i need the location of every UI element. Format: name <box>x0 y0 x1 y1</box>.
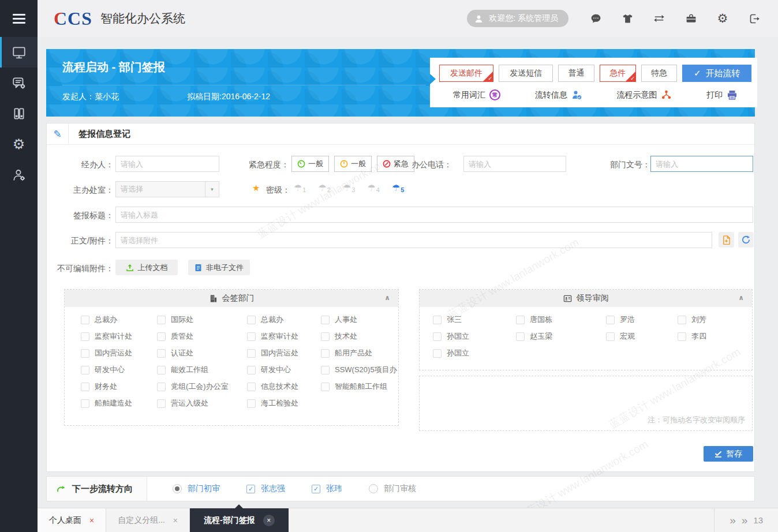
countersign-item[interactable]: 监察审计处 <box>247 331 321 342</box>
checkbox[interactable] <box>516 316 525 324</box>
tab-overflow[interactable]: »» 13 <box>714 508 778 532</box>
leader-item[interactable]: 李四 <box>678 331 752 342</box>
checkbox[interactable] <box>247 316 256 324</box>
close-icon[interactable]: × <box>173 516 178 525</box>
checkbox[interactable] <box>321 332 330 341</box>
countersign-item[interactable]: 国内营运处 <box>81 348 157 358</box>
start-flow-button[interactable]: ✓开始流转 <box>682 65 751 82</box>
checkbox[interactable] <box>321 366 330 374</box>
host-office-select[interactable]: 请选择 ▼ <box>115 181 219 197</box>
countersign-item[interactable]: 国内营运处 <box>247 348 321 358</box>
save-draft-button[interactable]: 暂存 <box>704 446 753 462</box>
leader-item[interactable]: 宏观 <box>606 331 678 342</box>
leader-item[interactable]: 罗浩 <box>606 314 678 325</box>
non-electronic-file-button[interactable]: 非电子文件 <box>188 260 250 275</box>
flow-info-link[interactable]: 流转信息 <box>535 89 582 100</box>
sidebar-item-settings[interactable]: ⚙ <box>0 129 38 159</box>
add-file-button[interactable] <box>719 232 734 248</box>
countersign-header[interactable]: 会签部门 ∧ <box>65 290 398 307</box>
checkbox[interactable] <box>157 366 166 374</box>
priority-urgent-button[interactable]: 急件✓ <box>600 65 636 82</box>
tab-custom-group[interactable]: 自定义分组... × <box>106 508 190 532</box>
common-words-link[interactable]: 常用词汇常 <box>453 89 500 100</box>
checkbox[interactable] <box>433 316 442 324</box>
sidebar-item-desktop[interactable] <box>0 37 38 68</box>
leader-item[interactable]: 赵玉梁 <box>516 331 606 342</box>
sidebar-item-archives[interactable] <box>0 98 38 129</box>
checkbox-checked[interactable]: ✓ <box>246 485 255 493</box>
swap-arrows-icon[interactable] <box>653 12 665 25</box>
checkbox[interactable] <box>321 383 330 391</box>
countersign-item[interactable]: 研发中心 <box>81 365 157 375</box>
checkbox-checked[interactable]: ✓ <box>312 485 320 493</box>
dropdown-arrow-icon[interactable]: ▼ <box>205 182 219 197</box>
checkbox[interactable] <box>678 332 686 341</box>
secrecy-level-3[interactable]: ☂3 <box>343 182 355 193</box>
secrecy-level-4[interactable]: ☂4 <box>367 182 379 193</box>
checkbox[interactable] <box>606 316 615 324</box>
countersign-item[interactable]: 信息技术处 <box>247 381 321 392</box>
flow-option-dept-review[interactable]: 部门审核 <box>369 484 416 494</box>
secrecy-level-5-selected[interactable]: ☂5 <box>392 182 404 193</box>
countersign-item[interactable]: 人事处 <box>321 314 398 325</box>
user-welcome-pill[interactable]: 欢迎您: 系统管理员 <box>467 10 568 27</box>
checkbox[interactable] <box>157 316 166 324</box>
checkbox[interactable] <box>157 383 166 391</box>
priority-extra-urgent-button[interactable]: 特急 <box>641 65 678 82</box>
countersign-item[interactable]: 能效工作组 <box>157 365 247 375</box>
radio-unselected[interactable] <box>369 484 378 493</box>
countersign-item[interactable]: 财务处 <box>81 381 157 392</box>
sidebar-item-messages[interactable] <box>0 68 38 98</box>
checkbox[interactable] <box>81 399 89 408</box>
collapse-chevron-icon[interactable]: ∧ <box>738 294 744 302</box>
leader-item[interactable]: 孙国立 <box>433 348 516 358</box>
countersign-item[interactable]: 智能船舶工作组 <box>321 381 398 392</box>
checkbox[interactable] <box>81 383 89 391</box>
checkbox[interactable] <box>247 399 256 408</box>
countersign-item[interactable]: 认证处 <box>157 348 247 358</box>
countersign-item[interactable]: 党组(工会)办公室 <box>157 381 247 392</box>
checkbox[interactable] <box>321 349 330 358</box>
checkbox[interactable] <box>247 366 256 374</box>
radio-selected[interactable] <box>173 484 182 493</box>
review-order-dropzone[interactable]: 注：可拖动名字改变审阅顺序 <box>419 376 753 431</box>
checkbox[interactable] <box>157 332 166 341</box>
urgency-option-normal-orange[interactable]: 一般 <box>334 156 372 172</box>
title-input[interactable] <box>115 207 753 223</box>
settings-gear-icon[interactable]: ⚙ <box>716 12 729 25</box>
flow-option-zhangzhiqiang[interactable]: ✓张志强 <box>246 484 285 494</box>
countersign-item[interactable]: 国际处 <box>157 314 247 325</box>
sidebar-item-user-admin[interactable] <box>0 159 38 190</box>
countersign-item[interactable]: 监察审计处 <box>81 331 157 342</box>
countersign-item[interactable]: 研发中心 <box>247 365 321 375</box>
countersign-item[interactable]: 技术处 <box>321 331 398 342</box>
leader-item[interactable]: 唐国栋 <box>516 314 606 325</box>
countersign-item[interactable]: SSW(S20)5项目办 <box>321 365 398 375</box>
checkbox[interactable] <box>247 349 256 358</box>
send-sms-button[interactable]: 发送短信 <box>499 65 553 82</box>
body-attachment-input[interactable] <box>115 232 712 248</box>
checkbox[interactable] <box>321 316 330 324</box>
leader-item[interactable]: 刘芳 <box>678 314 752 325</box>
leader-review-header[interactable]: 领导审阅 ∧ <box>420 290 752 307</box>
priority-normal-button[interactable]: 普通 <box>558 65 594 82</box>
phone-input[interactable] <box>463 156 566 172</box>
checkbox[interactable] <box>81 349 89 358</box>
checkbox[interactable] <box>247 383 256 391</box>
countersign-item[interactable]: 船用产品处 <box>321 348 398 358</box>
checkbox[interactable] <box>678 316 686 324</box>
checkbox[interactable] <box>606 332 615 341</box>
close-icon[interactable]: × <box>263 515 275 526</box>
checkbox[interactable] <box>81 316 89 324</box>
flow-option-zhangwei[interactable]: ✓张玮 <box>312 484 342 494</box>
close-icon[interactable]: × <box>89 516 94 525</box>
flow-option-dept-first-review[interactable]: 部门初审 <box>173 484 220 494</box>
countersign-item[interactable]: 总裁办 <box>247 314 321 325</box>
checkbox[interactable] <box>81 332 89 341</box>
secrecy-level-2[interactable]: ☂2 <box>318 182 330 193</box>
countersign-item[interactable]: 海工检验处 <box>247 398 321 409</box>
leader-item[interactable]: 孙国立 <box>433 331 516 342</box>
theme-skin-icon[interactable] <box>621 12 634 25</box>
checkbox[interactable] <box>81 366 89 374</box>
countersign-item[interactable]: 质管处 <box>157 331 247 342</box>
